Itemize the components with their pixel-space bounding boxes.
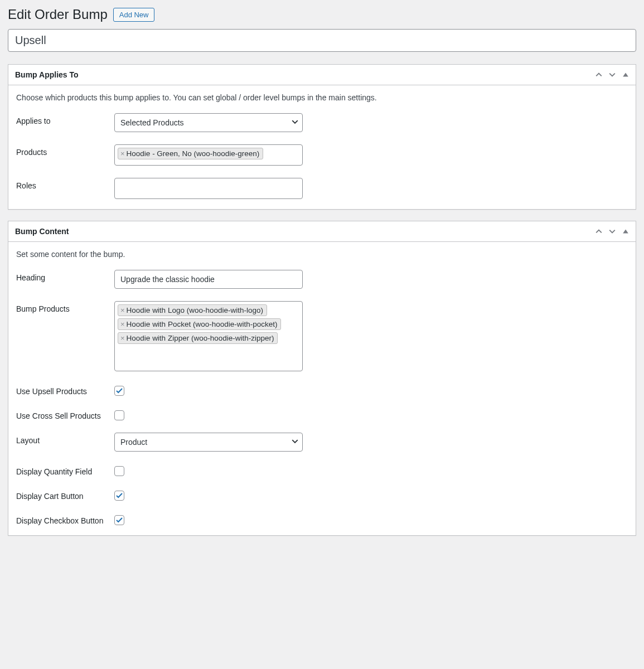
row-products: Products ×Hoodie - Green, No (woo-hoodie… <box>16 144 628 166</box>
panel-actions <box>595 228 629 235</box>
roles-tags-input[interactable] <box>114 178 303 199</box>
label-use-upsell: Use Upsell Products <box>16 384 114 396</box>
move-up-icon[interactable] <box>595 71 602 78</box>
panel-description: Set some content for the bump. <box>16 250 628 259</box>
label-heading: Heading <box>16 270 114 282</box>
label-display-qty: Display Quantity Field <box>16 464 114 476</box>
panel-description: Choose which products this bump applies … <box>16 93 628 102</box>
row-heading: Heading <box>16 270 628 289</box>
label-layout: Layout <box>16 433 114 445</box>
panel-header: Bump Content <box>8 221 636 242</box>
product-tag[interactable]: ×Hoodie with Zipper (woo-hoodie-with-zip… <box>118 332 278 344</box>
product-tag[interactable]: ×Hoodie - Green, No (woo-hoodie-green) <box>118 148 263 159</box>
layout-select[interactable]: Product <box>114 433 303 452</box>
panel-header: Bump Applies To <box>8 65 636 85</box>
bump-products-tags-input[interactable]: ×Hoodie with Logo (woo-hoodie-with-logo)… <box>114 301 303 371</box>
use-upsell-checkbox[interactable] <box>114 386 124 396</box>
row-bump-products: Bump Products ×Hoodie with Logo (woo-hoo… <box>16 301 628 371</box>
post-title-input[interactable] <box>8 29 636 52</box>
label-applies-to: Applies to <box>16 113 114 125</box>
row-layout: Layout Product <box>16 433 628 452</box>
product-tag[interactable]: ×Hoodie with Pocket (woo-hoodie-with-poc… <box>118 318 281 330</box>
row-use-upsell: Use Upsell Products <box>16 384 628 396</box>
applies-to-select-wrap: Selected Products <box>114 113 303 132</box>
products-tags-input[interactable]: ×Hoodie - Green, No (woo-hoodie-green) <box>114 144 303 166</box>
label-roles: Roles <box>16 178 114 190</box>
row-roles: Roles <box>16 178 628 199</box>
page-header: Edit Order Bump Add New <box>8 7 636 22</box>
panel-heading: Bump Content <box>15 227 69 236</box>
row-applies-to: Applies to Selected Products <box>16 113 628 132</box>
row-use-cross-sell: Use Cross Sell Products <box>16 408 628 420</box>
add-new-button[interactable]: Add New <box>113 8 155 22</box>
panel-body: Choose which products this bump applies … <box>8 85 636 209</box>
label-display-checkbox: Display Checkbox Button <box>16 513 114 525</box>
row-display-cart: Display Cart Button <box>16 488 628 501</box>
row-display-qty: Display Quantity Field <box>16 464 628 476</box>
layout-select-wrap: Product <box>114 433 303 452</box>
use-cross-sell-checkbox[interactable] <box>114 410 124 420</box>
remove-tag-icon[interactable]: × <box>120 306 125 314</box>
heading-input[interactable] <box>114 270 303 289</box>
panel-heading: Bump Applies To <box>15 70 79 79</box>
panel-actions <box>595 71 629 78</box>
page-title: Edit Order Bump <box>8 7 108 22</box>
panel-body: Set some content for the bump. Heading B… <box>8 242 636 535</box>
display-cart-checkbox[interactable] <box>114 491 124 501</box>
remove-tag-icon[interactable]: × <box>120 334 125 342</box>
label-use-cross-sell: Use Cross Sell Products <box>16 408 114 420</box>
move-down-icon[interactable] <box>609 228 616 235</box>
toggle-panel-icon[interactable] <box>622 71 629 78</box>
panel-bump-content: Bump Content Set some content for the bu… <box>8 221 636 536</box>
panel-bump-applies-to: Bump Applies To Choose which products th… <box>8 64 636 210</box>
product-tag[interactable]: ×Hoodie with Logo (woo-hoodie-with-logo) <box>118 304 267 316</box>
move-up-icon[interactable] <box>595 228 602 235</box>
row-display-checkbox: Display Checkbox Button <box>16 513 628 525</box>
label-bump-products: Bump Products <box>16 301 114 313</box>
display-qty-checkbox[interactable] <box>114 466 124 476</box>
toggle-panel-icon[interactable] <box>622 228 629 235</box>
label-display-cart: Display Cart Button <box>16 488 114 501</box>
label-products: Products <box>16 144 114 157</box>
display-checkbox-button-checkbox[interactable] <box>114 515 124 525</box>
applies-to-select[interactable]: Selected Products <box>114 113 303 132</box>
remove-tag-icon[interactable]: × <box>120 320 125 328</box>
remove-tag-icon[interactable]: × <box>120 149 125 158</box>
move-down-icon[interactable] <box>609 71 616 78</box>
